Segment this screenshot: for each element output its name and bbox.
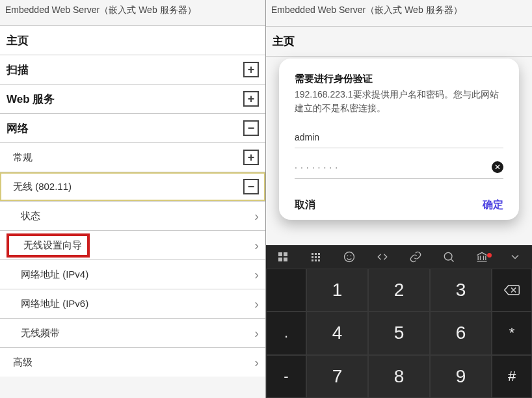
menu-ipv6[interactable]: 网络地址 (IPv6) › [0,289,265,318]
collapse-icon[interactable]: − [243,179,259,194]
keyboard-toolbar [266,245,532,269]
toolbar-search-icon[interactable] [437,250,460,263]
ews-title-right: Embedded Web Server（嵌入式 Web 服务器） [266,0,532,25]
bg-home-row: 主页 [266,26,532,57]
dialog-message: 192.168.223.1要求提供用户名和密码。您与此网站建立的不是私密连接。 [295,88,503,115]
key-empty[interactable] [266,269,306,312]
chevron-right-icon: › [254,297,259,312]
menu-web-services[interactable]: Web 服务 + [0,84,265,113]
password-field[interactable]: ········ ✕ [295,156,503,179]
menu-wireless[interactable]: 无线 (802.11) − [0,172,265,201]
settings-pane-left: Embedded Web Server（嵌入式 Web 服务器） 主页 扫描 +… [0,0,266,398]
menu-ipv6-label: 网络地址 (IPv6) [7,298,88,310]
svg-point-2 [350,256,351,257]
menu-wireless-label: 无线 (802.11) [7,181,72,193]
toolbar-emoji-icon[interactable] [338,250,361,263]
chevron-right-icon: › [254,355,259,370]
key-asterisk[interactable]: * [492,312,532,354]
key-dot[interactable]: . [266,312,306,354]
menu-wizard-label: 无线设置向导 [7,233,90,258]
toolbar-apps-icon[interactable] [271,252,295,261]
key-7[interactable]: 7 [306,355,368,398]
auth-pane-right: Embedded Web Server（嵌入式 Web 服务器） 主页 需要进行… [266,0,532,398]
menu-status-label: 状态 [7,210,40,222]
key-backspace[interactable] [492,269,532,312]
key-2[interactable]: 2 [368,269,430,312]
chevron-right-icon: › [254,238,259,253]
username-value: admin [295,132,319,142]
toolbar-keypad-icon[interactable] [304,253,328,261]
menu-ipv4-label: 网络地址 (IPv4) [7,269,88,281]
key-1[interactable]: 1 [306,269,368,312]
clear-input-icon[interactable]: ✕ [492,161,503,173]
svg-point-0 [344,252,354,262]
collapse-icon[interactable]: − [243,120,259,136]
key-4[interactable]: 4 [306,312,368,354]
key-5[interactable]: 5 [368,312,430,354]
password-dots: ········ [295,162,341,172]
toolbar-code-icon[interactable] [371,250,394,263]
notification-dot [487,253,492,258]
menu-wireless-setup-wizard[interactable]: 无线设置向导 › [0,230,265,259]
numeric-keyboard: 1 2 3 . 4 5 6 * - 7 8 9 # [266,245,532,398]
toolbar-bank-icon[interactable] [470,250,494,263]
cancel-button[interactable]: 取消 [295,198,315,212]
auth-dialog: 需要进行身份验证 192.168.223.1要求提供用户名和密码。您与此网站建立… [279,59,519,220]
menu-list: 主页 扫描 + Web 服务 + 网络 − 常规 + 无线 (802.11) − [0,25,265,377]
chevron-right-icon: › [254,267,259,282]
svg-point-3 [445,252,453,260]
username-field[interactable]: admin [295,127,503,148]
menu-band-label: 无线频带 [7,327,60,339]
ok-button[interactable]: 确定 [483,198,503,212]
menu-network[interactable]: 网络 − [0,113,265,142]
menu-band[interactable]: 无线频带 › [0,318,265,347]
menu-scan[interactable]: 扫描 + [0,55,265,84]
key-6[interactable]: 6 [430,312,492,354]
menu-general[interactable]: 常规 + [0,142,265,172]
menu-ipv4[interactable]: 网络地址 (IPv4) › [0,259,265,289]
toolbar-collapse-icon[interactable] [503,250,527,263]
menu-advanced-label: 高级 [7,356,33,369]
dialog-title: 需要进行身份验证 [295,73,503,85]
toolbar-link-icon[interactable] [404,250,427,263]
menu-network-label: 网络 [7,121,29,136]
keypad-grid: 1 2 3 . 4 5 6 * - 7 8 9 # [266,269,532,398]
menu-home[interactable]: 主页 [0,25,265,55]
expand-icon[interactable]: + [243,91,259,107]
key-3[interactable]: 3 [430,269,492,312]
expand-icon[interactable]: + [243,150,259,165]
key-dash[interactable]: - [266,355,306,398]
expand-icon[interactable]: + [243,62,259,77]
menu-webserv-label: Web 服务 [7,92,55,107]
dialog-actions: 取消 确定 [295,187,503,212]
ews-title-left: Embedded Web Server（嵌入式 Web 服务器） [0,0,265,25]
chevron-right-icon: › [254,326,259,341]
menu-scan-label: 扫描 [7,62,29,77]
key-hash[interactable]: # [492,355,532,398]
menu-home-label: 主页 [7,33,29,48]
key-9[interactable]: 9 [430,355,492,398]
key-8[interactable]: 8 [368,355,430,398]
menu-status[interactable]: 状态 › [0,201,265,230]
menu-general-label: 常规 [7,152,33,164]
chevron-right-icon: › [254,209,259,224]
bg-home-label: 主页 [273,34,295,49]
menu-advanced[interactable]: 高级 › [0,347,265,377]
svg-point-1 [347,256,348,257]
